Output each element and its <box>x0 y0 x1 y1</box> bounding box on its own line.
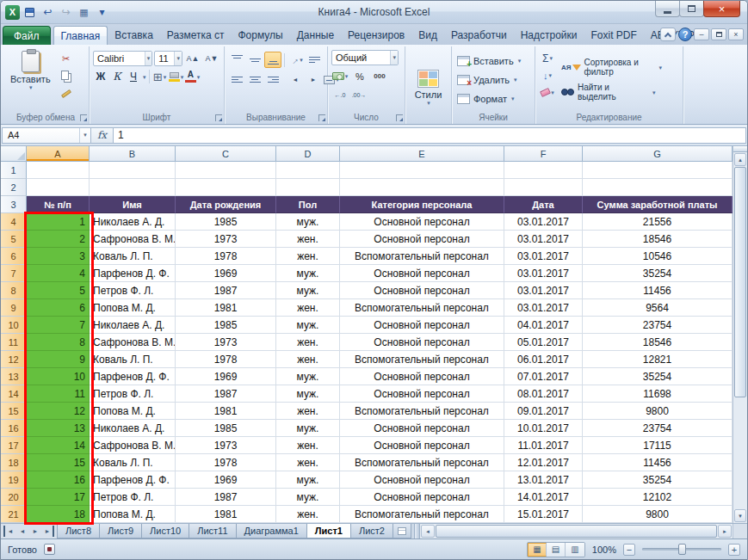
cell-F14[interactable]: 08.01.2017 <box>504 385 583 403</box>
cell-B19[interactable]: Парфенов Д. Ф. <box>90 471 176 489</box>
cell-A6[interactable]: 3 <box>27 248 90 265</box>
cell-G14[interactable]: 11698 <box>583 385 733 403</box>
cell-C16[interactable]: 1985 <box>176 420 276 437</box>
cell-B1[interactable] <box>90 162 176 179</box>
cell-B4[interactable]: Николаев А. Д. <box>90 213 176 231</box>
column-header-B[interactable]: B <box>90 146 176 162</box>
split-handle[interactable] <box>733 146 747 152</box>
comma-style-button[interactable]: 000 <box>371 68 388 84</box>
cell-B11[interactable]: Сафронова В. М. <box>90 334 176 351</box>
cell-C10[interactable]: 1985 <box>176 317 276 334</box>
cell-G13[interactable]: 35254 <box>583 368 733 385</box>
vertical-scroll-track[interactable] <box>733 397 747 508</box>
qat-customize-button[interactable]: ▾ <box>94 4 110 20</box>
redo-button[interactable]: ↪ <box>58 4 74 20</box>
excel-app-icon[interactable]: X <box>5 5 20 20</box>
cell-F5[interactable]: 03.01.2017 <box>504 231 583 248</box>
scroll-left-button[interactable]: ◄ <box>421 525 435 538</box>
row-header-20[interactable]: 20 <box>1 489 27 506</box>
cell-G19[interactable]: 35254 <box>583 471 733 489</box>
minimize-ribbon-button[interactable] <box>660 28 676 41</box>
last-sheet-button[interactable]: ► <box>42 526 54 537</box>
cell-D5[interactable]: жен. <box>276 231 340 248</box>
scroll-right-button[interactable]: ► <box>718 525 732 538</box>
cell-D10[interactable]: муж. <box>276 317 340 334</box>
cell-E11[interactable]: Основной персонал <box>340 334 504 351</box>
cell-B13[interactable]: Парфенов Д. Ф. <box>90 368 176 385</box>
zoom-out-button[interactable]: − <box>623 544 635 556</box>
cell-G15[interactable]: 9800 <box>583 403 733 420</box>
cell-E4[interactable]: Основной персонал <box>340 213 504 231</box>
cell-A3[interactable]: № п/п <box>27 196 90 213</box>
cell-B7[interactable]: Парфенов Д. Ф. <box>90 265 176 282</box>
cell-E10[interactable]: Основной персонал <box>340 317 504 334</box>
cell-G11[interactable]: 18546 <box>583 334 733 351</box>
cell-E2[interactable] <box>340 179 504 196</box>
cell-E7[interactable]: Основной персонал <box>340 265 504 282</box>
delete-cells-button[interactable]: × Удалить ▾ <box>455 71 531 89</box>
cell-D12[interactable]: жен. <box>276 351 340 368</box>
column-header-A[interactable]: A <box>27 146 90 162</box>
tab-splitter[interactable] <box>414 524 420 538</box>
sheet-tab-Лист11[interactable]: Лист11 <box>189 524 236 538</box>
maximize-button[interactable] <box>679 1 704 17</box>
format-cells-button[interactable]: Формат ▾ <box>455 89 531 108</box>
cell-G18[interactable]: 11456 <box>583 454 733 471</box>
cell-E18[interactable]: Вспомогательный персонал <box>340 454 504 471</box>
cell-F4[interactable]: 03.01.2017 <box>504 213 583 231</box>
cell-A20[interactable]: 17 <box>27 489 90 506</box>
cell-C1[interactable] <box>176 162 276 179</box>
table-mode-button[interactable]: ▦ <box>76 4 92 20</box>
cut-button[interactable]: ✂ <box>58 51 75 67</box>
cell-F21[interactable]: 15.01.2017 <box>504 506 583 523</box>
name-box-dropdown[interactable]: ▼ <box>79 128 90 143</box>
align-bottom-button[interactable] <box>264 52 281 68</box>
copy-button[interactable] <box>58 68 75 84</box>
cell-F18[interactable]: 12.01.2017 <box>504 454 583 471</box>
cell-E12[interactable]: Вспомогательный персонал <box>340 351 504 368</box>
column-header-E[interactable]: E <box>340 146 504 162</box>
undo-button[interactable]: ↩ <box>40 4 56 20</box>
vertical-scroll-thumb[interactable] <box>734 167 746 397</box>
cell-C4[interactable]: 1985 <box>176 213 276 231</box>
help-button[interactable]: ? <box>678 28 692 41</box>
cell-A14[interactable]: 11 <box>27 385 90 403</box>
fill-button[interactable]: ↓▾ <box>539 67 556 83</box>
row-header-4[interactable]: 4 <box>1 213 27 231</box>
cell-F15[interactable]: 09.01.2017 <box>504 403 583 420</box>
cell-E6[interactable]: Вспомогательный персонал <box>340 248 504 265</box>
cell-E17[interactable]: Основной персонал <box>340 437 504 454</box>
cell-A5[interactable]: 2 <box>27 231 90 248</box>
cell-C7[interactable]: 1969 <box>176 265 276 282</box>
cell-D20[interactable]: муж. <box>276 489 340 506</box>
cell-C20[interactable]: 1987 <box>176 489 276 506</box>
sheet-tab-Лист9[interactable]: Лист9 <box>99 524 142 538</box>
font-size-combo[interactable]: 11 ▾ <box>154 51 182 66</box>
cell-D3[interactable]: Пол <box>276 196 340 213</box>
normal-view-button[interactable]: ▦ <box>528 543 547 557</box>
workbook-minimize-button[interactable]: – <box>694 28 709 40</box>
row-header-17[interactable]: 17 <box>1 437 27 454</box>
cell-E5[interactable]: Основной персонал <box>340 231 504 248</box>
cell-A9[interactable]: 6 <box>27 299 90 317</box>
row-header-19[interactable]: 19 <box>1 471 27 489</box>
shrink-font-button[interactable]: А▼ <box>203 50 220 66</box>
row-header-8[interactable]: 8 <box>1 282 27 299</box>
cell-A8[interactable]: 5 <box>27 282 90 299</box>
number-dialog-launcher[interactable] <box>396 114 403 121</box>
select-all-button[interactable] <box>1 146 27 162</box>
wrap-text-button[interactable] <box>306 52 323 68</box>
sheet-tab-Лист2[interactable]: Лист2 <box>350 524 393 538</box>
zoom-in-button[interactable]: + <box>728 544 740 556</box>
cell-A1[interactable] <box>27 162 90 179</box>
cell-C9[interactable]: 1981 <box>176 299 276 317</box>
italic-button[interactable]: К <box>109 69 125 84</box>
number-format-combo[interactable]: Общий ▾ <box>331 50 399 65</box>
cell-F2[interactable] <box>504 179 583 196</box>
row-header-18[interactable]: 18 <box>1 454 27 471</box>
cell-B2[interactable] <box>90 179 176 196</box>
row-header-12[interactable]: 12 <box>1 351 27 368</box>
font-name-combo[interactable]: Calibri ▾ <box>93 51 152 66</box>
sheet-tab-Лист10[interactable]: Лист10 <box>141 524 189 538</box>
cell-G16[interactable]: 23754 <box>583 420 733 437</box>
